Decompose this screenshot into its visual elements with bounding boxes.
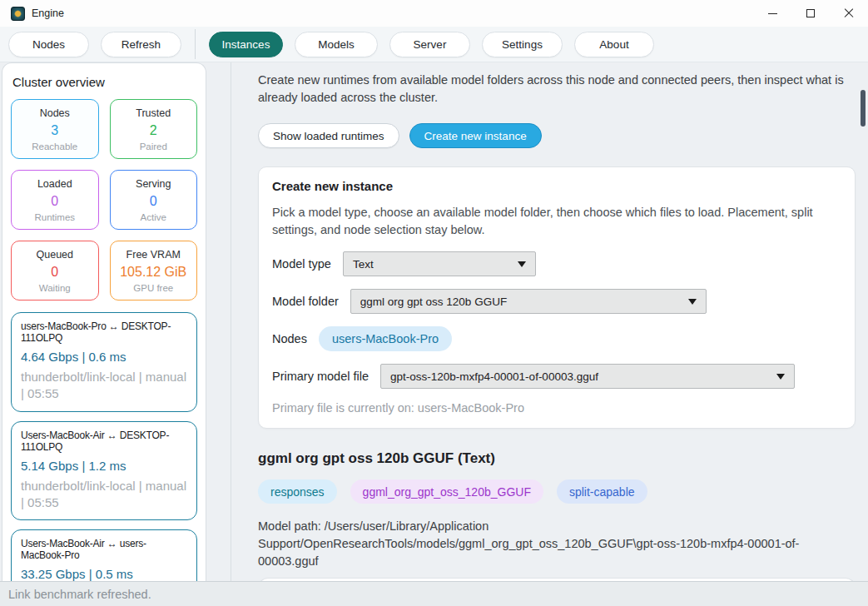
create-new-instance-button[interactable]: Create new instance	[409, 123, 542, 148]
maximize-icon	[806, 9, 815, 17]
stat-card-serving: Serving 0 Active	[110, 170, 198, 230]
stat-sublabel: Active	[112, 212, 196, 222]
show-loaded-runtimes-button[interactable]: Show loaded runtimes	[258, 123, 399, 148]
link-pair: users-MacBook-Pro ↔ DESKTOP-111OLPQ	[21, 320, 187, 344]
minimize-icon	[768, 13, 777, 14]
stat-value: 0	[112, 194, 196, 209]
titlebar: Engine	[0, 0, 868, 27]
model-type-label: Model type	[272, 257, 331, 271]
primary-model-file-label: Primary model file	[272, 370, 369, 383]
link-benchmark-card: users-MacBook-Pro ↔ DESKTOP-111OLPQ 4.64…	[11, 312, 197, 412]
tab-settings[interactable]: Settings	[482, 32, 563, 57]
tab-about[interactable]: About	[574, 32, 654, 57]
stat-card-loaded: Loaded 0 Runtimes	[11, 170, 99, 230]
cluster-overview-panel: Cluster overview Nodes 3 Reachable Trust…	[2, 62, 206, 581]
close-icon	[844, 8, 854, 18]
stat-value: 0	[13, 265, 97, 280]
stat-sublabel: Reachable	[13, 142, 97, 152]
cluster-stats-grid: Nodes 3 Reachable Trusted 2 Paired Loade…	[11, 99, 197, 301]
link-speed: 4.64 Gbps | 0.6 ms	[21, 350, 187, 364]
tab-instances[interactable]: Instances	[209, 32, 283, 57]
stat-sublabel: Runtimes	[13, 212, 97, 222]
close-button[interactable]	[830, 0, 868, 27]
model-badge-row: responses ggml_org_gpt_oss_120b_GGUF spl…	[258, 479, 856, 504]
primary-model-file-row: Primary model file gpt-oss-120b-mxfp4-00…	[272, 364, 841, 389]
stat-label: Nodes	[13, 107, 97, 119]
tab-divider	[195, 29, 196, 59]
stat-label: Queued	[13, 249, 97, 261]
link-pair: Users-MacBook-Air ↔ DESKTOP-111OLPQ	[21, 430, 187, 453]
model-type-select[interactable]: Text	[343, 251, 536, 276]
model-type-value: Text	[353, 258, 374, 271]
cluster-overview-title: Cluster overview	[12, 75, 197, 89]
create-instance-title: Create new instance	[272, 179, 841, 193]
model-folder-value: ggml org gpt oss 120b GGUF	[360, 296, 507, 308]
stat-value: 0	[13, 194, 97, 209]
nodes-label: Nodes	[272, 332, 307, 345]
stat-label: Free VRAM	[112, 249, 196, 261]
status-bar: Link benchmark refreshed.	[0, 581, 868, 606]
tab-nodes[interactable]: Nodes	[8, 32, 89, 57]
node-chip-users-macbook-pro[interactable]: users-MacBook-Pro	[319, 326, 452, 351]
stat-card-free-vram: Free VRAM 105.12 GiB GPU free	[110, 241, 198, 301]
model-folder-row: Model folder ggml org gpt oss 120b GGUF	[272, 289, 841, 314]
tab-models[interactable]: Models	[295, 32, 378, 57]
link-speed: 33.25 Gbps | 0.5 ms	[21, 567, 187, 581]
primary-model-file-select[interactable]: gpt-oss-120b-mxfp4-00001-of-00003.gguf	[380, 364, 795, 389]
link-pair: Users-MacBook-Air ↔ users-MacBook-Pro	[21, 538, 187, 561]
refresh-button[interactable]: Refresh	[101, 32, 181, 57]
stat-label: Trusted	[112, 107, 196, 119]
primary-file-location-hint: Primary file is currently on: users-MacB…	[272, 401, 841, 415]
main-scrollbar-thumb[interactable]	[861, 90, 866, 127]
stat-card-trusted: Trusted 2 Paired	[110, 99, 198, 159]
create-instance-description: Pick a model type, choose an available m…	[272, 204, 821, 239]
model-section-title: ggml org gpt oss 120b GGUF (Text)	[258, 450, 856, 467]
tab-bar: Nodes Refresh Instances Models Server Se…	[0, 27, 868, 62]
model-path-text: Model path: /Users/user/Library/Applicat…	[258, 518, 841, 570]
instances-intro-text: Create new runtimes from available model…	[258, 72, 853, 106]
model-folder-select[interactable]: ggml org gpt oss 120b GGUF	[350, 289, 707, 314]
chevron-down-icon	[518, 261, 526, 267]
badge-model-folder: ggml_org_gpt_oss_120b_GGUF	[350, 479, 543, 504]
chevron-down-icon	[776, 374, 785, 380]
chevron-down-icon	[688, 299, 697, 305]
stat-value: 3	[13, 123, 97, 138]
link-detail: thunderbolt/link-local | manual | 05:55	[21, 369, 187, 403]
create-instance-card: Create new instance Pick a model type, c…	[258, 166, 856, 429]
link-detail: thunderbolt/link-local | manual | 05:55	[21, 478, 187, 512]
stat-label: Loaded	[13, 178, 97, 190]
link-benchmark-card: Users-MacBook-Air ↔ users-MacBook-Pro 33…	[11, 529, 197, 581]
tab-server[interactable]: Server	[389, 32, 470, 57]
minimize-button[interactable]	[753, 0, 791, 27]
maximize-button[interactable]	[791, 0, 830, 27]
stat-card-nodes: Nodes 3 Reachable	[11, 99, 99, 159]
status-text: Link benchmark refreshed.	[8, 588, 151, 601]
link-speed: 5.14 Gbps | 1.2 ms	[21, 459, 187, 473]
window-controls	[753, 0, 868, 27]
link-benchmark-list: users-MacBook-Pro ↔ DESKTOP-111OLPQ 4.64…	[11, 312, 197, 581]
link-benchmark-card: Users-MacBook-Air ↔ DESKTOP-111OLPQ 5.14…	[11, 421, 197, 521]
primary-model-file-value: gpt-oss-120b-mxfp4-00001-of-00003.gguf	[390, 370, 598, 383]
app-icon	[11, 7, 25, 21]
stat-sublabel: GPU free	[112, 283, 196, 293]
nodes-row: Nodes users-MacBook-Pro	[272, 326, 841, 351]
model-type-row: Model type Text	[272, 251, 841, 276]
stat-sublabel: Paired	[112, 142, 196, 152]
badge-split-capable: split-capable	[557, 479, 647, 504]
app-title: Engine	[32, 7, 64, 19]
stat-card-queued: Queued 0 Waiting	[11, 241, 99, 301]
stat-value: 105.12 GiB	[112, 265, 196, 280]
stat-sublabel: Waiting	[13, 283, 97, 293]
instances-main-panel: Create new runtimes from available model…	[231, 62, 868, 581]
stat-value: 2	[112, 123, 196, 138]
action-button-row: Show loaded runtimes Create new instance	[258, 123, 856, 148]
badge-responses: responses	[258, 479, 337, 504]
model-folder-label: Model folder	[272, 295, 339, 308]
stat-label: Serving	[112, 178, 196, 190]
